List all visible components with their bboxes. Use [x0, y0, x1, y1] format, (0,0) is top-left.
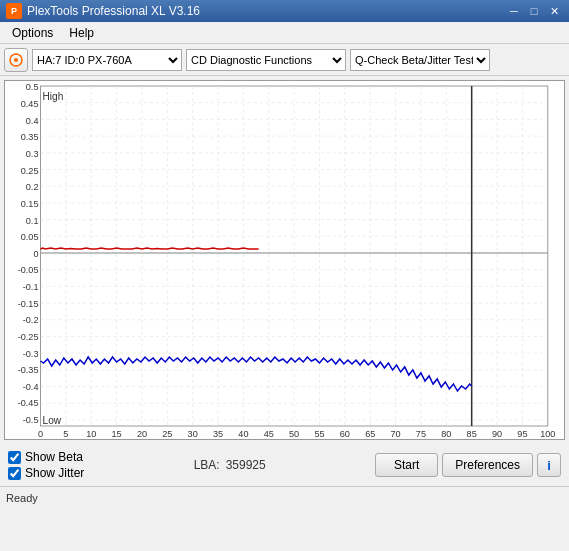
svg-text:-0.05: -0.05	[18, 265, 39, 275]
svg-text:-0.2: -0.2	[23, 315, 39, 325]
svg-text:60: 60	[340, 429, 350, 439]
lba-section: LBA: 359925	[194, 458, 266, 472]
menu-options[interactable]: Options	[4, 24, 61, 42]
maximize-button[interactable]: □	[525, 3, 543, 19]
svg-text:85: 85	[467, 429, 477, 439]
svg-text:-0.1: -0.1	[23, 282, 39, 292]
svg-text:80: 80	[441, 429, 451, 439]
svg-text:Low: Low	[43, 415, 62, 426]
lba-value: 359925	[226, 458, 266, 472]
svg-text:0.35: 0.35	[21, 132, 39, 142]
svg-text:40: 40	[238, 429, 248, 439]
svg-text:0.1: 0.1	[26, 216, 39, 226]
svg-text:45: 45	[264, 429, 274, 439]
svg-text:-0.4: -0.4	[23, 382, 39, 392]
drive-select[interactable]: HA:7 ID:0 PX-760A	[32, 49, 182, 71]
toolbar: HA:7 ID:0 PX-760A CD Diagnostic Function…	[0, 44, 569, 76]
svg-text:-0.5: -0.5	[23, 415, 39, 425]
svg-text:15: 15	[112, 429, 122, 439]
show-jitter-checkbox-row[interactable]: Show Jitter	[8, 466, 84, 480]
svg-text:0.2: 0.2	[26, 182, 39, 192]
show-beta-label: Show Beta	[25, 450, 83, 464]
svg-text:0.5: 0.5	[26, 82, 39, 92]
svg-text:0.25: 0.25	[21, 166, 39, 176]
svg-text:-0.15: -0.15	[18, 299, 39, 309]
svg-text:-0.35: -0.35	[18, 365, 39, 375]
menu-bar: Options Help	[0, 22, 569, 44]
title-bar: P PlexTools Professional XL V3.16 ─ □ ✕	[0, 0, 569, 22]
show-beta-checkbox-row[interactable]: Show Beta	[8, 450, 84, 464]
svg-text:70: 70	[391, 429, 401, 439]
svg-text:0.4: 0.4	[26, 116, 39, 126]
function-select[interactable]: CD Diagnostic Functions	[186, 49, 346, 71]
status-text: Ready	[6, 492, 38, 504]
svg-text:-0.25: -0.25	[18, 332, 39, 342]
show-jitter-label: Show Jitter	[25, 466, 84, 480]
svg-text:20: 20	[137, 429, 147, 439]
show-jitter-checkbox[interactable]	[8, 467, 21, 480]
svg-text:0: 0	[38, 429, 43, 439]
svg-text:10: 10	[86, 429, 96, 439]
svg-text:5: 5	[63, 429, 68, 439]
svg-text:0.05: 0.05	[21, 232, 39, 242]
svg-text:25: 25	[162, 429, 172, 439]
checkboxes: Show Beta Show Jitter	[8, 450, 84, 480]
drive-icon-button[interactable]	[4, 48, 28, 72]
svg-text:50: 50	[289, 429, 299, 439]
right-buttons: Start Preferences i	[375, 453, 561, 477]
info-button[interactable]: i	[537, 453, 561, 477]
svg-text:75: 75	[416, 429, 426, 439]
minimize-button[interactable]: ─	[505, 3, 523, 19]
preferences-button[interactable]: Preferences	[442, 453, 533, 477]
svg-text:95: 95	[517, 429, 527, 439]
svg-text:90: 90	[492, 429, 502, 439]
app-icon: P	[6, 3, 22, 19]
svg-text:-0.3: -0.3	[23, 349, 39, 359]
svg-text:0.15: 0.15	[21, 199, 39, 209]
svg-point-1	[14, 58, 18, 62]
svg-text:65: 65	[365, 429, 375, 439]
chart-svg: 0.5 0.45 0.4 0.35 0.3 0.25 0.2 0.15 0.1 …	[5, 81, 564, 439]
status-bar: Ready	[0, 486, 569, 508]
lba-label: LBA:	[194, 458, 220, 472]
svg-text:55: 55	[314, 429, 324, 439]
chart-container: 0.5 0.45 0.4 0.35 0.3 0.25 0.2 0.15 0.1 …	[4, 80, 565, 440]
svg-text:-0.45: -0.45	[18, 398, 39, 408]
svg-text:0.45: 0.45	[21, 99, 39, 109]
svg-text:100: 100	[540, 429, 555, 439]
close-button[interactable]: ✕	[545, 3, 563, 19]
show-beta-checkbox[interactable]	[8, 451, 21, 464]
svg-text:0: 0	[33, 249, 38, 259]
svg-text:High: High	[43, 91, 64, 102]
start-button[interactable]: Start	[375, 453, 438, 477]
svg-text:35: 35	[213, 429, 223, 439]
test-select[interactable]: Q-Check Beta/Jitter Test	[350, 49, 490, 71]
menu-help[interactable]: Help	[61, 24, 102, 42]
svg-text:30: 30	[188, 429, 198, 439]
svg-text:0.3: 0.3	[26, 149, 39, 159]
title-bar-text: PlexTools Professional XL V3.16	[27, 4, 200, 18]
bottom-panel: Show Beta Show Jitter LBA: 359925 Start …	[0, 444, 569, 486]
